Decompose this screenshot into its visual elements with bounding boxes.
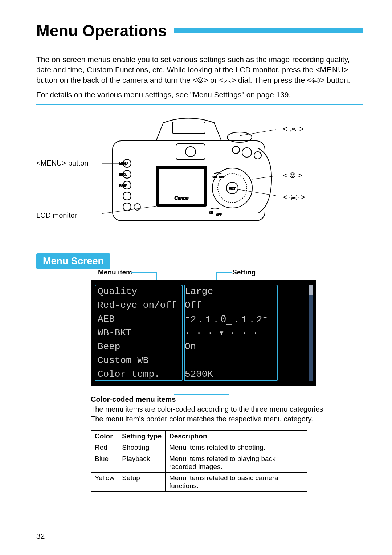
lcd-item-value: ⁻2．1．0̲．1．2⁺ — [183, 313, 312, 326]
page-title: Menu Operations — [36, 22, 171, 40]
lcd-item-name: Beep — [96, 341, 183, 352]
intro-paragraph-1: The on-screen menus enable you to set va… — [36, 54, 363, 85]
label-lcd-monitor: LCD monitor — [36, 211, 77, 220]
lcd-item-name: Red-eye on/off — [96, 300, 183, 311]
title-accent-bar — [174, 28, 363, 33]
cell-type: Setup — [118, 473, 166, 492]
quick-dial-icon — [289, 172, 296, 179]
color-table: Color Setting type Description Red Shoot… — [91, 430, 307, 492]
svg-text:INFO.: INFO. — [119, 173, 127, 176]
svg-point-1 — [199, 79, 202, 81]
svg-point-5 — [291, 174, 294, 177]
table-header-row: Color Setting type Description — [91, 431, 307, 442]
svg-rect-10 — [176, 144, 205, 160]
lcd-row: BeepOn — [96, 340, 312, 354]
svg-point-0 — [198, 78, 203, 83]
set-button-icon: SET — [289, 195, 299, 200]
lcd-row: AEB⁻2．1．0̲．1．2⁺ — [96, 312, 312, 326]
scrollbar-thumb — [309, 285, 313, 295]
cell-type: Shooting — [118, 442, 166, 453]
lcd-item-name: Quality — [96, 286, 183, 297]
color-coded-note: The menu items are color-coded according… — [91, 405, 325, 423]
lcd-item-value: Large — [183, 286, 312, 297]
lcd-item-name: Custom WB — [96, 355, 183, 366]
camera-illustration: Canon MENU INFO. JUMP SET — [102, 115, 276, 232]
svg-text:OFF: OFF — [219, 176, 224, 178]
menu-screen-wrap: Menu item Setting QualityLarge Red-eye o… — [91, 280, 316, 386]
table-row: Yellow Setup Menu items related to basic… — [91, 473, 307, 492]
svg-text:Canon: Canon — [175, 195, 188, 201]
lcd-item-name: WB-BKT — [96, 327, 183, 338]
lcd-item-value: 5200K — [183, 369, 312, 380]
lcd-row: WB-BKT· · · ▾ · · · — [96, 326, 312, 340]
cell-desc: Menu items related to basic camera funct… — [165, 473, 307, 492]
cell-type: Playback — [118, 453, 166, 473]
lcd-row: Color temp.5200K — [96, 367, 312, 381]
lcd-row: Red-eye on/offOff — [96, 298, 312, 312]
intro-text-a: The on-screen menus enable you to set va… — [36, 55, 350, 74]
th-type: Setting type — [118, 431, 166, 442]
intro-text-e: > button. — [320, 76, 350, 84]
callout-menu-item: Menu item — [98, 268, 132, 276]
svg-line-38 — [240, 128, 276, 136]
svg-text:SET: SET — [229, 187, 236, 190]
callout-line — [131, 272, 157, 273]
section-heading: Menu Screen — [36, 253, 110, 269]
svg-point-28 — [232, 146, 240, 154]
cell-color: Blue — [91, 453, 118, 473]
intro-text-d: > dial. Then press the < — [232, 76, 311, 84]
quick-dial-icon — [197, 77, 204, 83]
color-coded-block: Color-coded menu items The menu items ar… — [91, 395, 327, 424]
lcd-item-value: · · · ▾ · · · — [183, 327, 312, 339]
title-row: Menu Operations — [36, 22, 363, 40]
th-color: Color — [91, 431, 118, 442]
cell-desc: Menu items related to playing back recor… — [165, 453, 307, 473]
lcd-item-name: AEB — [96, 314, 183, 325]
label-main-dial: < > — [283, 125, 304, 133]
intro-paragraph-2: For details on the various menu settings… — [36, 90, 363, 100]
intro-text-c: > or < — [204, 76, 224, 84]
lcd-screen: QualityLarge Red-eye on/offOff AEB⁻2．1．0… — [91, 280, 316, 386]
cell-color: Red — [91, 442, 118, 453]
svg-point-21 — [123, 192, 131, 200]
main-dial-icon — [289, 126, 297, 132]
page-number: 32 — [36, 532, 45, 540]
svg-rect-9 — [172, 122, 205, 134]
svg-point-30 — [254, 152, 261, 159]
lcd-item-value: Off — [183, 300, 312, 311]
cell-desc: Menu items related to shooting. — [165, 442, 307, 453]
label-quick-dial: < > — [283, 171, 302, 180]
svg-text:SET: SET — [313, 79, 319, 82]
svg-text:ON: ON — [213, 176, 217, 178]
callout-line — [174, 394, 229, 395]
callout-line — [216, 272, 232, 273]
label-menu-button: <MENU> button — [36, 159, 88, 167]
label-set-button: < SET > — [283, 193, 305, 201]
camera-diagram: <MENU> button LCD monitor < > < > < SET … — [36, 115, 363, 235]
scrollbar-track — [309, 285, 313, 381]
svg-text:ON: ON — [209, 211, 213, 214]
callout-line — [229, 386, 229, 395]
lcd-item-value: On — [183, 341, 312, 352]
menu-code: MENU — [320, 65, 344, 74]
svg-point-29 — [242, 148, 252, 157]
cell-color: Yellow — [91, 473, 118, 492]
svg-text:SET: SET — [291, 196, 297, 199]
callout-setting: Setting — [232, 268, 256, 276]
set-button-icon: SET — [311, 78, 320, 83]
table-row: Blue Playback Menu items related to play… — [91, 453, 307, 473]
svg-line-39 — [252, 175, 276, 179]
svg-text:JUMP: JUMP — [119, 184, 127, 187]
svg-point-4 — [290, 173, 295, 178]
table-row: Red Shooting Menu items related to shoot… — [91, 442, 307, 453]
lcd-row: QualityLarge — [96, 285, 312, 298]
divider — [36, 104, 363, 105]
callout-color-coded: Color-coded menu items — [91, 395, 176, 403]
lcd-row: Custom WB — [96, 354, 312, 367]
lcd-item-name: Color temp. — [96, 369, 183, 380]
main-dial-icon — [224, 78, 232, 83]
svg-text:OFF: OFF — [216, 213, 221, 216]
svg-point-11 — [185, 147, 196, 157]
th-desc: Description — [165, 431, 307, 442]
